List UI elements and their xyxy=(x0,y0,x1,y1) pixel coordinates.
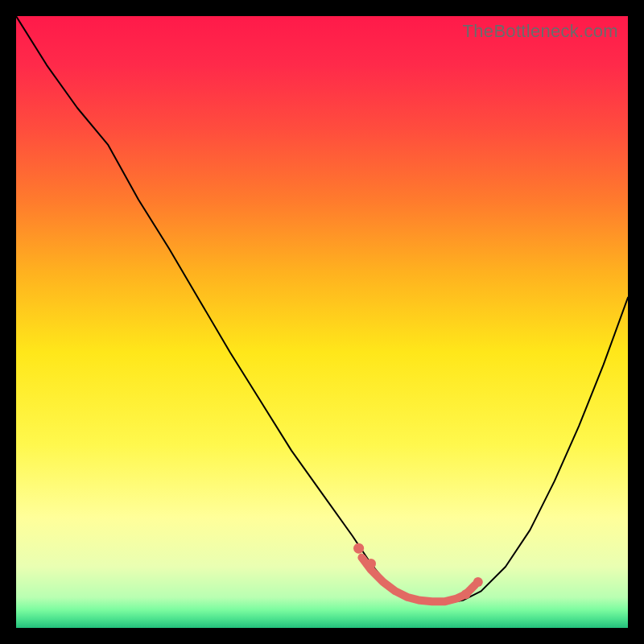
highlight-dot-2 xyxy=(461,589,471,599)
highlight-dot-0 xyxy=(353,543,364,554)
bottleneck-chart xyxy=(16,16,628,628)
watermark-text: TheBottleneck.com xyxy=(463,21,618,42)
highlight-dot-1 xyxy=(366,559,376,568)
highlight-dot-3 xyxy=(473,577,483,587)
gradient-background xyxy=(16,16,628,628)
chart-area: TheBottleneck.com xyxy=(16,16,628,628)
